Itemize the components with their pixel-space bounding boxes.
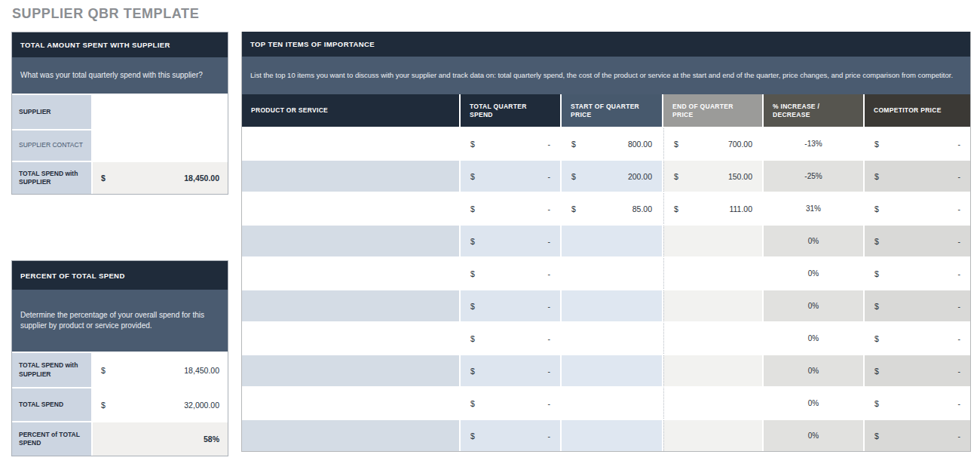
table-row: $ - 0% $ - xyxy=(242,321,970,354)
cell-total-quarter-spend[interactable]: $ - xyxy=(461,388,562,419)
cell-competitor-price[interactable]: $ - xyxy=(865,290,970,321)
cell-product-or-service[interactable] xyxy=(242,193,461,224)
cell-end-of-quarter-price[interactable] xyxy=(663,388,764,419)
items-table-column-headers: PRODUCT OR SERVICE TOTAL QUARTER SPEND S… xyxy=(242,94,970,127)
cell-competitor-price[interactable]: $ - xyxy=(865,128,970,159)
cell-product-or-service[interactable] xyxy=(242,226,461,256)
cell-percent-increase-decrease[interactable]: 0% xyxy=(764,323,865,354)
currency-symbol: $ xyxy=(674,140,678,149)
cell-end-of-quarter-price[interactable] xyxy=(663,258,764,289)
row-value-cell[interactable]: 58% xyxy=(93,422,228,456)
cell-percent-increase-decrease[interactable]: 0% xyxy=(764,258,865,289)
row-value-cell[interactable]: $ 18,450.00 xyxy=(93,353,228,387)
cell-end-of-quarter-price[interactable] xyxy=(663,290,764,321)
cell-end-of-quarter-price[interactable]: $ 111.00 xyxy=(663,193,764,224)
cell-competitor-price[interactable]: $ - xyxy=(865,323,970,354)
amount-value: 85.00 xyxy=(632,204,652,213)
amount-value: - xyxy=(548,140,551,149)
cell-start-of-quarter-price[interactable] xyxy=(562,226,663,256)
row-label: TOTAL SPEND xyxy=(12,388,93,421)
cell-total-quarter-spend[interactable]: $ - xyxy=(461,355,562,386)
row-value-cell[interactable] xyxy=(93,95,228,129)
cell-total-quarter-spend[interactable]: $ - xyxy=(461,193,562,224)
row-label: SUPPLIER xyxy=(12,95,93,129)
amount-value: 150.00 xyxy=(728,172,752,181)
cell-product-or-service[interactable] xyxy=(242,323,461,354)
row-value-cell[interactable]: $ 32,000.00 xyxy=(93,388,228,421)
cell-total-quarter-spend[interactable]: $ - xyxy=(461,128,562,159)
cell-percent-increase-decrease[interactable]: 0% xyxy=(764,290,865,321)
cell-product-or-service[interactable] xyxy=(242,420,461,451)
panel-total-amount-header: TOTAL AMOUNT SPENT WITH SUPPLIER xyxy=(12,32,228,57)
col-header-percent-increase-decrease: % INCREASE / DECREASE xyxy=(764,94,865,127)
amount-value: 200.00 xyxy=(628,172,652,181)
cell-product-or-service[interactable] xyxy=(242,161,461,192)
row-value-cell[interactable]: $ 18,450.00 xyxy=(93,162,228,194)
cell-end-of-quarter-price[interactable] xyxy=(663,355,764,386)
row-value-cell[interactable] xyxy=(93,131,228,161)
cell-total-quarter-spend[interactable]: $ - xyxy=(461,161,562,192)
panel-total-amount-description: What was your total quarterly spend with… xyxy=(12,57,228,94)
cell-end-of-quarter-price[interactable]: $ 700.00 xyxy=(663,128,764,159)
cell-end-of-quarter-price[interactable] xyxy=(663,226,764,256)
cell-product-or-service[interactable] xyxy=(242,128,461,159)
cell-competitor-price[interactable]: $ - xyxy=(865,161,970,192)
cell-competitor-price[interactable]: $ - xyxy=(865,193,970,224)
cell-competitor-price[interactable]: $ - xyxy=(865,258,970,289)
currency-symbol: $ xyxy=(470,237,475,246)
cell-total-quarter-spend[interactable]: $ - xyxy=(461,420,562,451)
page-title: SUPPLIER QBR TEMPLATE xyxy=(12,6,199,22)
amount-value: 58% xyxy=(204,435,219,444)
cell-percent-increase-decrease[interactable]: 0% xyxy=(764,388,865,419)
currency-symbol: $ xyxy=(470,140,475,149)
currency-symbol: $ xyxy=(874,237,879,246)
cell-percent-increase-decrease[interactable]: 0% xyxy=(764,355,865,386)
cell-start-of-quarter-price[interactable]: $ 85.00 xyxy=(562,193,663,224)
cell-end-of-quarter-price[interactable]: $ 150.00 xyxy=(663,161,764,192)
cell-start-of-quarter-price[interactable]: $ 800.00 xyxy=(562,128,663,159)
currency-symbol: $ xyxy=(101,401,106,410)
amount-value: - xyxy=(548,302,551,311)
cell-competitor-price[interactable]: $ - xyxy=(865,420,970,451)
row-label: PERCENT of TOTAL SPEND xyxy=(12,422,93,456)
table-row: $ - $ 800.00 $ 700.00 -13% $ - xyxy=(242,127,970,159)
cell-product-or-service[interactable] xyxy=(242,355,461,386)
cell-competitor-price[interactable]: $ - xyxy=(865,226,970,256)
cell-product-or-service[interactable] xyxy=(242,290,461,321)
cell-percent-increase-decrease[interactable]: -25% xyxy=(764,161,865,192)
cell-product-or-service[interactable] xyxy=(242,258,461,289)
cell-competitor-price[interactable]: $ - xyxy=(865,355,970,386)
amount-value: 18,450.00 xyxy=(184,174,219,183)
table-row: $ - 0% $ - xyxy=(242,289,970,321)
currency-symbol: $ xyxy=(470,204,475,213)
cell-start-of-quarter-price[interactable] xyxy=(562,420,663,451)
cell-total-quarter-spend[interactable]: $ - xyxy=(461,290,562,321)
cell-start-of-quarter-price[interactable] xyxy=(562,388,663,419)
cell-competitor-price[interactable]: $ - xyxy=(865,388,970,419)
currency-symbol: $ xyxy=(674,172,678,181)
cell-start-of-quarter-price[interactable] xyxy=(562,258,663,289)
cell-product-or-service[interactable] xyxy=(242,388,461,419)
amount-value: - xyxy=(548,269,551,278)
amount-value: - xyxy=(958,140,961,149)
currency-symbol: $ xyxy=(874,172,879,181)
col-header-start-of-quarter-price: START OF QUARTER PRICE xyxy=(562,94,663,127)
currency-symbol: $ xyxy=(874,269,879,278)
cell-percent-increase-decrease[interactable]: 0% xyxy=(764,226,865,256)
cell-start-of-quarter-price[interactable] xyxy=(562,355,663,386)
amount-value: - xyxy=(958,431,961,441)
cell-start-of-quarter-price[interactable] xyxy=(562,290,663,321)
cell-total-quarter-spend[interactable]: $ - xyxy=(461,258,562,289)
cell-percent-increase-decrease[interactable]: 31% xyxy=(764,193,865,224)
cell-total-quarter-spend[interactable]: $ - xyxy=(461,323,562,354)
cell-percent-increase-decrease[interactable]: -13% xyxy=(764,128,865,159)
cell-percent-increase-decrease[interactable]: 0% xyxy=(764,420,865,451)
cell-start-of-quarter-price[interactable] xyxy=(562,323,663,354)
cell-start-of-quarter-price[interactable]: $ 200.00 xyxy=(562,161,663,192)
cell-end-of-quarter-price[interactable] xyxy=(663,420,764,451)
amount-value: - xyxy=(548,204,551,213)
amount-value: - xyxy=(958,204,961,213)
amount-value: 700.00 xyxy=(728,140,752,149)
cell-total-quarter-spend[interactable]: $ - xyxy=(461,226,562,256)
cell-end-of-quarter-price[interactable] xyxy=(663,323,764,354)
